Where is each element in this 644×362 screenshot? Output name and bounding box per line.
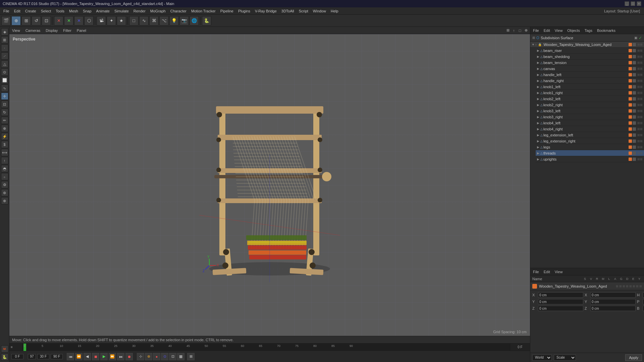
obj-render-dot[interactable] [633, 49, 636, 52]
z-axis-btn[interactable]: ✕ [74, 16, 84, 25]
b-size-field[interactable] [643, 306, 644, 311]
rotate-btn[interactable]: ↺ [32, 16, 41, 25]
menu-3dtoall[interactable]: 3DToAll [279, 8, 296, 14]
maximize-btn[interactable]: □ [631, 1, 635, 6]
rect-select[interactable]: ⬜ [1, 76, 8, 84]
obj-view[interactable]: View [553, 28, 564, 33]
menu-edit[interactable]: Edit [12, 8, 22, 14]
extra-tool[interactable]: ⊛ [1, 189, 8, 196]
vp-link-icon[interactable]: ⊞ [505, 28, 511, 33]
obj-vis-dot[interactable] [629, 145, 632, 149]
menu-tools[interactable]: Tools [54, 8, 66, 14]
magnet-tool[interactable]: $ [1, 141, 8, 148]
goto-start-btn[interactable]: ⏮ [67, 353, 74, 360]
obj-render-dot[interactable] [633, 103, 636, 107]
obj-render-dot[interactable] [633, 79, 636, 82]
obj-vis-dot[interactable] [629, 115, 632, 119]
obj-knob4-left[interactable]: ▶ △ knob4_left ⊠⊠ [536, 120, 644, 126]
goto-end-btn[interactable]: ⏭ [117, 353, 124, 360]
timeline-ruler[interactable]: 0 5 10 15 20 25 30 35 40 45 50 55 60 65 [23, 344, 510, 351]
vp-display[interactable]: Display [44, 28, 59, 33]
vp-view[interactable]: View [11, 28, 21, 33]
obj-beam-tension[interactable]: ▶ △ beam_tension ⊠⊠ [536, 60, 644, 66]
python-btn[interactable]: 🐍 [202, 16, 211, 25]
menu-create[interactable]: Create [23, 8, 38, 14]
obj-render-dot[interactable] [633, 73, 636, 76]
obj-knob1-left[interactable]: ▶ △ knob1_left ⊠⊠ [536, 84, 644, 90]
obj-render-dot[interactable] [633, 158, 636, 161]
menu-mesh[interactable]: Mesh [67, 8, 80, 14]
obj-vis-dot[interactable] [629, 61, 632, 64]
scale-tool[interactable]: ⊡ [1, 101, 8, 108]
obj-vis-dot[interactable] [629, 139, 632, 143]
obj-render-dot[interactable] [633, 139, 636, 143]
obj-render-dot[interactable] [633, 67, 636, 70]
y-pos2-field[interactable] [590, 299, 636, 304]
rotate-tool[interactable]: ↻ [1, 109, 8, 116]
menu-file[interactable]: File [1, 8, 11, 14]
menu-window[interactable]: Window [311, 8, 328, 14]
obj-vis-dot[interactable] [629, 152, 632, 155]
normal-tool[interactable]: ↑ [1, 157, 8, 164]
key-pla-btn[interactable]: ▦ [177, 353, 184, 360]
attr-view[interactable]: View [553, 269, 564, 274]
obj-knob3-left[interactable]: ▶ △ knob3_left ⊠⊠ [536, 108, 644, 114]
obj-beam-riser[interactable]: ▶ △ beam_riser ⊠⊠ [536, 48, 644, 54]
obj-tags[interactable]: Tags [583, 28, 594, 33]
mode-point[interactable]: · [1, 44, 8, 52]
vp-camera-icon[interactable]: □ [517, 28, 523, 33]
menu-animate[interactable]: Animate [94, 8, 112, 14]
menu-script[interactable]: Script [297, 8, 310, 14]
play-btn[interactable]: ▶ [100, 353, 108, 360]
close-btn[interactable]: × [637, 1, 641, 6]
stop-btn[interactable]: ⏹ [92, 353, 99, 360]
light-btn[interactable]: 💡 [169, 16, 179, 25]
obj-vis-dot[interactable] [629, 43, 632, 46]
timeline-expand-btn[interactable]: ⊞ [187, 353, 195, 360]
vp-maximize-icon[interactable]: ↑ [511, 28, 517, 33]
obj-render-dot[interactable] [633, 43, 636, 46]
obj-threads[interactable]: ▶ △ threads ⊠⊠ [536, 150, 644, 156]
step-back-btn[interactable]: ⏪ [75, 353, 83, 360]
obj-render-dot[interactable] [633, 61, 636, 64]
obj-wooden-loom[interactable]: ▼ ○ 🔒 Wooden_Tapestry_Weaving_Loom_Aged … [530, 42, 644, 48]
obj-bookmarks[interactable]: Bookmarks [596, 28, 617, 33]
vp-render-icon[interactable]: ⊕ [523, 28, 529, 33]
obj-vis-dot[interactable] [629, 49, 632, 52]
start-frame-field[interactable] [11, 354, 23, 359]
obj-render-dot[interactable] [633, 97, 636, 101]
menu-pipeline[interactable]: Pipeline [218, 8, 235, 14]
mirror-tool[interactable]: ⟺ [1, 149, 8, 156]
play-back-btn[interactable]: ◀ [84, 353, 91, 360]
sculpt-tool[interactable]: ◓ [1, 165, 8, 172]
obj-handle-left[interactable]: ▶ △ handle_left ⊠⊠ [536, 72, 644, 78]
mode-edge[interactable]: ⟋ [1, 52, 8, 60]
anim-btn[interactable]: 📽 [97, 16, 106, 25]
coord-system-dropdown[interactable]: World Object Parent [532, 355, 552, 361]
menu-plugins[interactable]: Plugins [236, 8, 252, 14]
p-size-field[interactable] [643, 299, 644, 304]
brush-tool[interactable]: ✏ [1, 117, 8, 124]
end-frame-field[interactable] [51, 354, 63, 359]
x-pos2-field[interactable] [590, 292, 636, 298]
obj-vis-dot[interactable] [629, 97, 632, 101]
obj-edit[interactable]: Edit [542, 28, 551, 33]
key-all-btn[interactable]: ⊹ [137, 353, 144, 360]
move-btn[interactable]: ⊕ [11, 16, 21, 25]
fx-btn[interactable]: ★ [117, 16, 126, 25]
obj-objects[interactable]: Objects [566, 28, 581, 33]
attr-file[interactable]: File [532, 269, 540, 274]
obj-canvas[interactable]: ▶ △ canvas ⊠⊠ [536, 66, 644, 72]
obj-vis-dot[interactable] [629, 85, 632, 88]
x-pos-field[interactable] [538, 292, 583, 298]
obj-render-dot[interactable] [633, 145, 636, 149]
menu-simulate[interactable]: Simulate [112, 8, 131, 14]
obj-uprights[interactable]: ▶ △ uprights ⊠⊠ [536, 156, 644, 162]
obj-render-dot[interactable] [633, 121, 636, 125]
ik-tool[interactable]: ⚙ [1, 181, 8, 188]
obj-render-dot[interactable] [633, 127, 636, 131]
x-axis-btn[interactable]: ✕ [54, 16, 63, 25]
key-param-btn[interactable]: ⊡ [169, 353, 176, 360]
scene-btn[interactable]: 🌐 [190, 16, 199, 25]
particle-btn[interactable]: ✦ [107, 16, 116, 25]
